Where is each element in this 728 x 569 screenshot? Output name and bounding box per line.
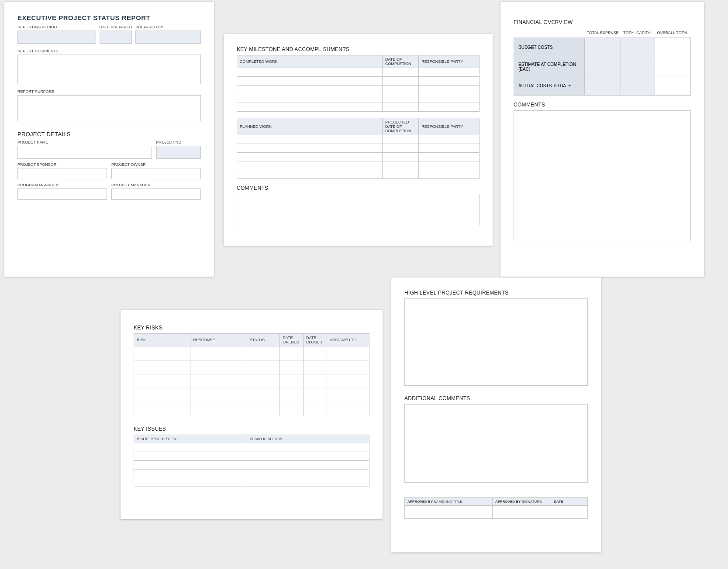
table-cell[interactable]: [621, 38, 655, 57]
table-cell[interactable]: [237, 77, 383, 86]
report-recipients-input[interactable]: [17, 55, 201, 84]
table-cell[interactable]: [237, 170, 383, 179]
table-cell[interactable]: [134, 470, 247, 478]
table-cell[interactable]: [419, 135, 480, 144]
table-cell[interactable]: [237, 153, 383, 161]
actual-costs-label: ACTUAL COSTS TO DATE: [514, 76, 585, 96]
table-cell[interactable]: [585, 38, 621, 57]
table-cell[interactable]: [419, 77, 480, 86]
table-cell[interactable]: [280, 402, 304, 416]
table-cell[interactable]: [247, 443, 369, 452]
table-cell[interactable]: [383, 68, 419, 77]
table-cell[interactable]: [419, 170, 480, 179]
table-cell[interactable]: [247, 402, 279, 416]
table-cell[interactable]: [383, 103, 419, 112]
table-cell[interactable]: [327, 374, 369, 388]
table-cell[interactable]: [655, 57, 690, 76]
table-cell[interactable]: [419, 68, 480, 77]
table-cell[interactable]: [327, 402, 369, 416]
table-cell[interactable]: [247, 388, 279, 402]
table-cell[interactable]: [621, 76, 655, 96]
table-cell[interactable]: [134, 374, 190, 388]
reporting-period-input[interactable]: [17, 31, 96, 44]
table-cell[interactable]: [655, 38, 690, 57]
table-cell[interactable]: [190, 374, 247, 388]
issue-description-header: ISSUE DESCRIPTION: [134, 435, 247, 443]
table-cell[interactable]: [383, 94, 419, 103]
approved-date-input[interactable]: [551, 506, 588, 519]
table-cell[interactable]: [247, 478, 369, 487]
table-cell[interactable]: [134, 360, 190, 374]
approved-name-input[interactable]: [405, 506, 493, 519]
table-cell[interactable]: [134, 388, 190, 402]
table-cell[interactable]: [419, 86, 480, 94]
table-cell[interactable]: [419, 161, 480, 170]
approved-signature-input[interactable]: [493, 506, 551, 519]
table-cell[interactable]: [383, 135, 419, 144]
table-cell[interactable]: [247, 360, 279, 374]
table-cell[interactable]: [280, 374, 304, 388]
table-cell[interactable]: [134, 461, 247, 470]
table-cell[interactable]: [383, 170, 419, 179]
project-owner-input[interactable]: [111, 168, 201, 179]
table-cell[interactable]: [237, 144, 383, 153]
project-no-input[interactable]: [156, 146, 201, 159]
table-cell[interactable]: [304, 374, 327, 388]
table-cell[interactable]: [237, 86, 383, 94]
table-cell[interactable]: [134, 443, 247, 452]
table-cell[interactable]: [383, 153, 419, 161]
table-cell[interactable]: [327, 346, 369, 360]
table-cell[interactable]: [247, 461, 369, 470]
table-cell[interactable]: [134, 346, 190, 360]
table-cell[interactable]: [190, 402, 247, 416]
table-cell[interactable]: [280, 388, 304, 402]
financial-comments-input[interactable]: [514, 110, 691, 241]
report-purpose-input[interactable]: [17, 95, 201, 121]
project-name-input[interactable]: [17, 146, 152, 159]
table-cell[interactable]: [190, 346, 247, 360]
table-cell[interactable]: [237, 94, 383, 103]
table-cell[interactable]: [280, 346, 304, 360]
table-cell[interactable]: [621, 57, 655, 76]
table-cell[interactable]: [304, 388, 327, 402]
table-cell[interactable]: [237, 135, 383, 144]
table-cell[interactable]: [237, 103, 383, 112]
additional-comments-input[interactable]: [404, 404, 588, 483]
table-cell[interactable]: [134, 452, 247, 461]
table-cell[interactable]: [237, 161, 383, 170]
table-cell[interactable]: [134, 478, 247, 487]
date-prepared-input[interactable]: [100, 31, 132, 44]
table-cell[interactable]: [327, 388, 369, 402]
table-cell[interactable]: [585, 57, 621, 76]
project-sponsor-input[interactable]: [17, 168, 107, 179]
table-cell[interactable]: [327, 360, 369, 374]
table-cell[interactable]: [383, 86, 419, 94]
table-cell[interactable]: [383, 161, 419, 170]
table-cell[interactable]: [304, 346, 327, 360]
planned-work-header: PLANNED WORK: [237, 118, 383, 135]
table-cell[interactable]: [419, 94, 480, 103]
table-cell[interactable]: [190, 388, 247, 402]
table-cell[interactable]: [419, 103, 480, 112]
table-cell[interactable]: [304, 402, 327, 416]
table-cell[interactable]: [247, 470, 369, 478]
table-cell[interactable]: [247, 346, 279, 360]
milestone-comments-input[interactable]: [237, 194, 480, 225]
table-cell[interactable]: [585, 76, 621, 96]
prepared-by-input[interactable]: [135, 31, 201, 44]
table-cell[interactable]: [247, 452, 369, 461]
table-cell[interactable]: [190, 360, 247, 374]
table-cell[interactable]: [304, 360, 327, 374]
table-cell[interactable]: [247, 374, 279, 388]
table-cell[interactable]: [383, 144, 419, 153]
table-cell[interactable]: [419, 153, 480, 161]
table-cell[interactable]: [383, 77, 419, 86]
table-cell[interactable]: [134, 402, 190, 416]
program-manager-input[interactable]: [17, 189, 107, 200]
requirements-input[interactable]: [404, 298, 588, 386]
table-cell[interactable]: [280, 360, 304, 374]
table-cell[interactable]: [419, 144, 480, 153]
project-manager-input[interactable]: [111, 189, 201, 200]
table-cell[interactable]: [655, 76, 690, 96]
table-cell[interactable]: [237, 68, 383, 77]
